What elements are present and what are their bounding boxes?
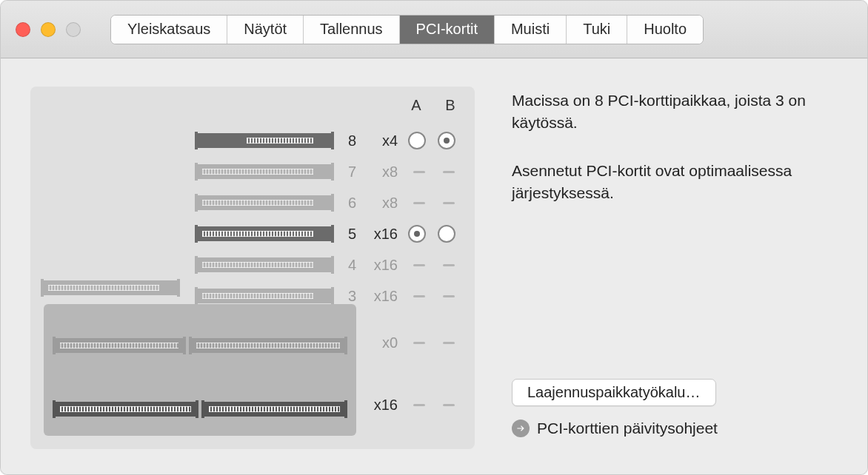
slot-4-pool-b-dash bbox=[443, 264, 455, 266]
slot-2-lane: x0 bbox=[364, 334, 401, 351]
slot-4-lane: x16 bbox=[364, 257, 401, 274]
tab-displays[interactable]: Näytöt bbox=[227, 16, 304, 44]
slot-summary-text: Macissa on 8 PCI-korttipaikkaa, joista 3… bbox=[512, 90, 838, 135]
slot-row-5: 5 x16 bbox=[44, 218, 461, 249]
slot-row-7: 7 x8 bbox=[44, 156, 461, 187]
slot-row-4: 4 x16 bbox=[44, 249, 461, 280]
slot-1-lane: x16 bbox=[364, 397, 401, 414]
slot-7-lane: x8 bbox=[364, 164, 401, 181]
pci-slot-diagram: A B 8 x4 bbox=[30, 87, 475, 449]
slot-6-pool-b-dash bbox=[443, 202, 455, 204]
titlebar: Yleiskatsaus Näytöt Tallennus PCI-kortit… bbox=[1, 1, 867, 58]
slot-7-connector-icon bbox=[198, 164, 331, 179]
minimize-window-button[interactable] bbox=[41, 22, 56, 37]
slot-5-number: 5 bbox=[338, 226, 356, 243]
tab-pci-cards[interactable]: PCI-kortit bbox=[400, 16, 495, 44]
tab-support[interactable]: Tuki bbox=[567, 16, 627, 44]
info-panel: Macissa on 8 PCI-korttipaikkaa, joista 3… bbox=[512, 87, 838, 457]
content-area: A B 8 x4 bbox=[1, 58, 867, 474]
slot-5-pool-a-radio[interactable] bbox=[408, 225, 426, 243]
tab-service[interactable]: Huolto bbox=[627, 16, 703, 44]
slot-7-pool-b-dash bbox=[443, 171, 455, 173]
slot-8-number: 8 bbox=[338, 132, 356, 149]
tab-overview[interactable]: Yleiskatsaus bbox=[111, 16, 227, 44]
tab-bar: Yleiskatsaus Näytöt Tallennus PCI-kortit… bbox=[110, 15, 704, 44]
info-actions: Laajennuspaikkatyökalu… PCI-korttien päi… bbox=[512, 379, 838, 437]
tab-memory[interactable]: Muisti bbox=[495, 16, 567, 44]
about-this-mac-window: Yleiskatsaus Näytöt Tallennus PCI-kortit… bbox=[0, 0, 868, 475]
slot-5-pool-b-radio[interactable] bbox=[438, 225, 455, 243]
slot-4-number: 4 bbox=[338, 257, 356, 274]
tab-storage[interactable]: Tallennus bbox=[304, 16, 400, 44]
slot-2-pool-b-dash bbox=[443, 342, 455, 344]
slot-row-6: 6 x8 bbox=[44, 187, 461, 218]
traffic-lights bbox=[16, 22, 81, 37]
slot-3-connector-icon bbox=[198, 289, 331, 303]
slot-8-pool-b-radio[interactable] bbox=[438, 132, 455, 149]
pci-update-instructions-link[interactable]: PCI-korttien päivitysohjeet bbox=[512, 420, 838, 437]
slot-3-secondary-connector-icon bbox=[44, 280, 177, 295]
pool-column-headers: A B bbox=[407, 97, 460, 114]
arrow-right-circle-icon bbox=[512, 420, 530, 437]
slot-4-pool-a-dash bbox=[413, 264, 425, 266]
slot-row-8: 8 x4 bbox=[44, 125, 461, 156]
slot-6-connector-icon bbox=[198, 195, 331, 210]
slot-3-number: 3 bbox=[338, 288, 356, 305]
slot-8-lane: x4 bbox=[364, 132, 401, 149]
mpx-module-icon bbox=[44, 304, 356, 436]
slot-3-pool-b-dash bbox=[443, 295, 455, 297]
zoom-window-button[interactable] bbox=[66, 22, 81, 37]
slot-7-pool-a-dash bbox=[413, 171, 425, 173]
info-text: Macissa on 8 PCI-korttipaikkaa, joista 3… bbox=[512, 90, 838, 230]
slot-1-pool-b-dash bbox=[443, 404, 455, 406]
slot-5-lane: x16 bbox=[364, 226, 401, 243]
optimal-order-text: Asennetut PCI-kortit ovat optimaalisessa… bbox=[512, 160, 838, 205]
slot-3-pool-a-dash bbox=[413, 295, 425, 297]
slot-2-pool-a-dash bbox=[413, 342, 425, 344]
pci-update-instructions-label: PCI-korttien päivitysohjeet bbox=[537, 420, 718, 437]
slot-8-pool-a-radio[interactable] bbox=[408, 132, 426, 149]
slot-1-pool-a-dash bbox=[413, 404, 425, 406]
pool-b-header: B bbox=[441, 97, 460, 114]
slot-7-number: 7 bbox=[338, 164, 356, 181]
slot-8-connector-icon bbox=[198, 133, 331, 148]
slot-6-number: 6 bbox=[338, 195, 356, 212]
slot-4-connector-icon bbox=[198, 257, 331, 272]
close-window-button[interactable] bbox=[16, 22, 30, 37]
slot-3-lane: x16 bbox=[364, 288, 401, 305]
expansion-slot-utility-button[interactable]: Laajennuspaikkatyökalu… bbox=[512, 379, 716, 406]
slot-5-connector-icon bbox=[198, 226, 331, 241]
slot-6-pool-a-dash bbox=[413, 202, 425, 204]
slot-6-lane: x8 bbox=[364, 195, 401, 212]
pool-a-header: A bbox=[407, 97, 426, 114]
